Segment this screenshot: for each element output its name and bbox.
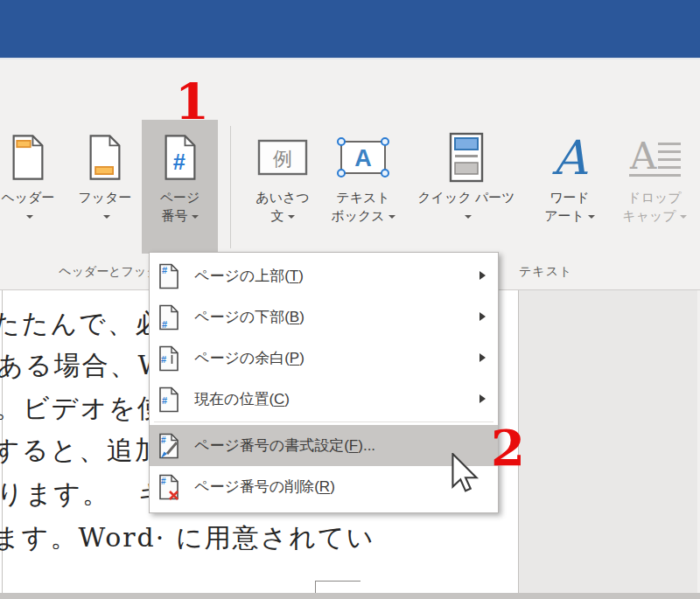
document-background: [518, 290, 697, 599]
submenu-arrow-icon: [480, 271, 486, 280]
menu-item-page-bottom[interactable]: # ページの下部(B): [150, 296, 498, 338]
page-margins-icon: #: [158, 345, 182, 372]
menu-separator: [154, 421, 494, 422]
chevron-down-icon: [288, 215, 295, 219]
svg-text:#: #: [172, 150, 185, 174]
text-boundary-mark: [315, 581, 360, 593]
annotation-step-2: 2: [491, 423, 525, 472]
header-button[interactable]: ヘッダー: [0, 120, 65, 254]
document-text-line: たたんで、必: [0, 306, 164, 342]
chevron-down-icon: [26, 215, 33, 219]
svg-text:A: A: [629, 136, 657, 178]
page-bottom-icon: #: [158, 304, 182, 331]
page-number-icon: #: [163, 127, 198, 188]
greeting-button[interactable]: 例 あいさつ 文: [246, 120, 319, 254]
svg-text:例: 例: [272, 148, 292, 170]
greeting-button-label1: あいさつ: [256, 188, 309, 206]
textbox-button-label1: テキスト: [336, 188, 389, 206]
header-button-label: ヘッダー: [1, 188, 54, 206]
chevron-down-icon: [192, 215, 199, 219]
menu-item-remove-page-numbers[interactable]: # ページ番号の削除(R): [150, 466, 498, 507]
submenu-arrow-icon: [480, 394, 486, 403]
chevron-down-icon: [388, 215, 396, 219]
mouse-cursor-icon: [450, 453, 480, 498]
document-text-line: ある場合、W: [0, 348, 166, 384]
document-text-line: ます。Word· に用意されてい: [0, 520, 374, 556]
quickparts-icon: [449, 127, 484, 188]
submenu-arrow-icon: [480, 353, 486, 362]
page-number-button[interactable]: # ページ 番号: [142, 120, 218, 254]
dropcap-button-label1: ドロップ: [627, 188, 681, 206]
page-number-button-label2: 番号: [162, 208, 188, 223]
group-label-text: テキスト: [519, 264, 572, 280]
chevron-down-icon: [588, 215, 595, 219]
document-text-line: 。ビデオを使: [0, 391, 165, 427]
group-separator: [230, 126, 231, 248]
svg-text:#: #: [162, 318, 167, 329]
submenu-arrow-icon: [480, 312, 486, 321]
format-page-numbers-icon: #: [158, 433, 182, 459]
header-icon: [10, 127, 46, 188]
menu-item-page-top[interactable]: # ページの上部(T): [150, 255, 498, 296]
textbox-button[interactable]: A テキスト ボックス: [324, 120, 402, 254]
chevron-down-icon: [680, 215, 687, 219]
greeting-icon: 例: [257, 127, 308, 188]
svg-text:#: #: [161, 354, 166, 365]
chevron-down-icon: [465, 215, 472, 219]
menu-item-page-margins[interactable]: # ページの余白(P): [150, 338, 498, 379]
menu-item-current-position[interactable]: # 現在の位置(C): [150, 379, 498, 420]
svg-text:#: #: [162, 395, 167, 406]
wordart-button-label2: アート: [544, 208, 584, 223]
page-top-icon: #: [158, 263, 182, 289]
svg-text:#: #: [162, 264, 167, 275]
word-window: ヘッダー フッター # ペ: [0, 0, 700, 599]
page-number-menu: # ページの上部(T) # ページの下部(B): [149, 252, 499, 513]
wordart-button[interactable]: A ワード アート: [530, 120, 609, 254]
svg-text:A: A: [552, 132, 589, 183]
svg-text:A: A: [354, 145, 372, 171]
annotation-step-1: 1: [175, 77, 209, 126]
footer-icon: [88, 127, 122, 188]
dropcap-icon: A: [626, 127, 682, 188]
svg-text:#: #: [161, 476, 166, 485]
textbox-icon: A: [333, 127, 393, 188]
footer-button-label: フッター: [78, 188, 131, 206]
remove-page-numbers-icon: #: [158, 474, 182, 500]
svg-text:#: #: [161, 435, 166, 444]
document-text-line: ります。 キ: [0, 477, 167, 512]
quickparts-button[interactable]: クイック パーツ: [413, 120, 520, 254]
greeting-button-label2: 文: [271, 208, 284, 223]
page-number-button-label1: ページ: [160, 188, 200, 206]
current-position-icon: #: [158, 387, 182, 413]
dropcap-button: A ドロップ キャップ: [614, 120, 695, 254]
footer-button[interactable]: フッター: [69, 120, 141, 254]
chevron-down-icon: [103, 215, 110, 219]
title-bar: [0, 0, 700, 59]
window-bottom-border: [0, 593, 700, 599]
dropcap-button-label2: キャップ: [622, 208, 676, 223]
menu-item-format-page-numbers[interactable]: # ページ番号の書式設定(F)...: [150, 425, 498, 466]
textbox-button-label2: ボックス: [331, 208, 384, 223]
wordart-button-label1: ワード: [550, 188, 590, 206]
wordart-icon: A: [545, 127, 594, 188]
quickparts-button-label1: クイック パーツ: [417, 188, 514, 206]
